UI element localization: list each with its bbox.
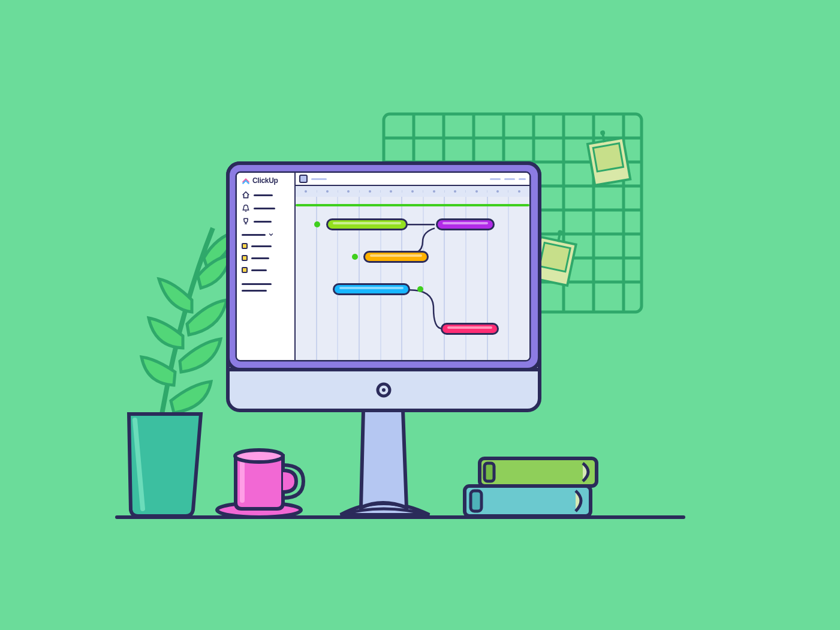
nav-goals[interactable] bbox=[242, 215, 290, 228]
svg-rect-17 bbox=[593, 143, 623, 172]
brand-name: ClickUp bbox=[252, 176, 278, 185]
brand-logo[interactable]: ClickUp bbox=[242, 176, 290, 185]
trophy-icon bbox=[242, 217, 250, 226]
main-panel bbox=[296, 173, 529, 360]
home-icon bbox=[242, 191, 250, 199]
breadcrumb[interactable] bbox=[311, 178, 327, 180]
gantt-chart[interactable] bbox=[296, 197, 529, 360]
books-decoration bbox=[465, 458, 597, 516]
milestone-2[interactable] bbox=[417, 286, 423, 292]
space-item-3[interactable] bbox=[242, 264, 290, 276]
svg-line-18 bbox=[603, 134, 604, 142]
gantt-bar-task-4[interactable] bbox=[333, 283, 410, 295]
milestone-1[interactable] bbox=[352, 254, 358, 260]
milestone-0[interactable] bbox=[314, 221, 320, 227]
folder-icon bbox=[242, 255, 248, 261]
svg-point-19 bbox=[600, 130, 606, 136]
plant-decoration bbox=[129, 228, 237, 516]
gantt-bar-task-3[interactable] bbox=[363, 251, 429, 263]
svg-rect-26 bbox=[471, 491, 481, 511]
svg-rect-28 bbox=[484, 463, 494, 481]
topbar bbox=[296, 173, 529, 186]
progress-marker bbox=[296, 204, 529, 206]
bell-icon bbox=[242, 204, 250, 212]
clickup-logo-icon bbox=[242, 176, 250, 185]
space-item-2[interactable] bbox=[242, 252, 290, 264]
toolbar-action-1[interactable] bbox=[490, 178, 501, 180]
svg-rect-21 bbox=[540, 242, 570, 271]
toolbar-action-2[interactable] bbox=[504, 178, 515, 180]
space-item-1[interactable] bbox=[242, 240, 290, 252]
svg-rect-27 bbox=[480, 458, 597, 486]
svg-point-36 bbox=[382, 388, 386, 392]
gantt-bar-task-5[interactable] bbox=[441, 323, 499, 335]
folder-icon bbox=[242, 267, 248, 273]
nav-notifications[interactable] bbox=[242, 202, 290, 215]
toolbar-action-3[interactable] bbox=[519, 178, 526, 180]
gantt-bar-task-1[interactable] bbox=[326, 218, 408, 230]
sidebar: ClickUp bbox=[237, 173, 296, 360]
svg-point-30 bbox=[235, 450, 283, 462]
chevron-down-icon bbox=[268, 232, 274, 238]
app-window: ClickUp bbox=[237, 173, 529, 360]
view-switch-button[interactable] bbox=[299, 175, 308, 183]
space-header[interactable] bbox=[242, 230, 290, 239]
timeline-header bbox=[296, 186, 529, 197]
gantt-bar-task-2[interactable] bbox=[436, 218, 495, 230]
nav-home[interactable] bbox=[242, 188, 290, 202]
mug-decoration bbox=[217, 450, 303, 517]
folder-icon bbox=[242, 243, 248, 249]
svg-line-22 bbox=[558, 233, 560, 242]
svg-rect-25 bbox=[465, 486, 591, 516]
